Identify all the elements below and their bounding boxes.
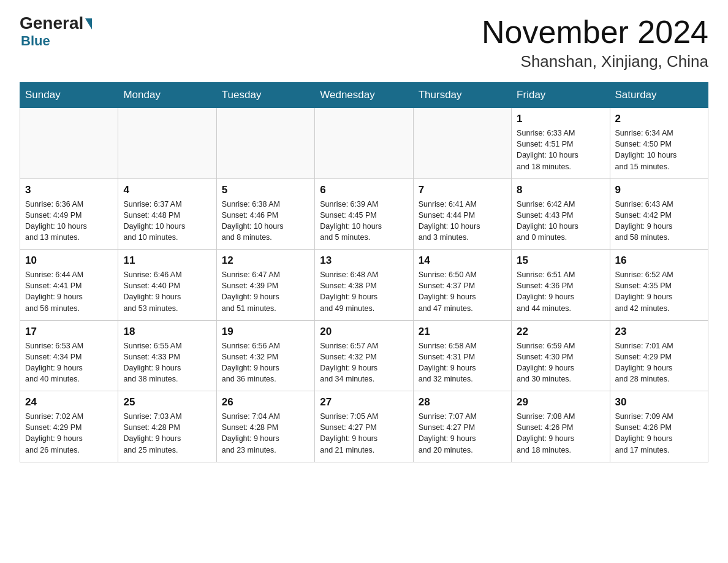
day-number: 6 — [320, 184, 408, 196]
day-info: Sunrise: 7:01 AM Sunset: 4:29 PM Dayligh… — [615, 340, 703, 385]
header-thursday: Thursday — [413, 83, 511, 108]
day-number: 18 — [123, 326, 211, 338]
calendar-cell: 3Sunrise: 6:36 AM Sunset: 4:49 PM Daylig… — [20, 178, 118, 250]
day-info: Sunrise: 6:44 AM Sunset: 4:41 PM Dayligh… — [25, 269, 113, 314]
calendar-week-3: 10Sunrise: 6:44 AM Sunset: 4:41 PM Dayli… — [20, 250, 708, 321]
day-number: 4 — [123, 184, 211, 196]
calendar-cell: 10Sunrise: 6:44 AM Sunset: 4:41 PM Dayli… — [20, 250, 118, 321]
calendar-cell: 6Sunrise: 6:39 AM Sunset: 4:45 PM Daylig… — [315, 178, 413, 250]
calendar-cell: 13Sunrise: 6:48 AM Sunset: 4:38 PM Dayli… — [315, 250, 413, 321]
day-number: 22 — [517, 326, 604, 338]
day-number: 24 — [25, 396, 113, 408]
day-info: Sunrise: 6:59 AM Sunset: 4:30 PM Dayligh… — [517, 340, 604, 385]
day-info: Sunrise: 7:07 AM Sunset: 4:27 PM Dayligh… — [419, 411, 506, 456]
day-info: Sunrise: 7:05 AM Sunset: 4:27 PM Dayligh… — [320, 411, 408, 456]
day-info: Sunrise: 6:58 AM Sunset: 4:31 PM Dayligh… — [419, 340, 506, 385]
calendar-cell: 28Sunrise: 7:07 AM Sunset: 4:27 PM Dayli… — [413, 391, 511, 462]
day-number: 9 — [615, 184, 703, 196]
day-number: 30 — [615, 396, 703, 408]
calendar-cell: 21Sunrise: 6:58 AM Sunset: 4:31 PM Dayli… — [413, 320, 511, 391]
calendar-week-2: 3Sunrise: 6:36 AM Sunset: 4:49 PM Daylig… — [20, 178, 708, 250]
calendar-cell: 1Sunrise: 6:33 AM Sunset: 4:51 PM Daylig… — [512, 108, 610, 179]
calendar-cell: 9Sunrise: 6:43 AM Sunset: 4:42 PM Daylig… — [610, 178, 708, 250]
day-info: Sunrise: 6:33 AM Sunset: 4:51 PM Dayligh… — [517, 128, 604, 172]
location-title: Shanshan, Xinjiang, China — [482, 52, 708, 71]
day-info: Sunrise: 7:02 AM Sunset: 4:29 PM Dayligh… — [25, 411, 113, 456]
calendar-cell: 17Sunrise: 6:53 AM Sunset: 4:34 PM Dayli… — [20, 320, 118, 391]
day-number: 16 — [615, 255, 703, 267]
title-block: November 2024 Shanshan, Xinjiang, China — [482, 15, 708, 71]
calendar-week-4: 17Sunrise: 6:53 AM Sunset: 4:34 PM Dayli… — [20, 320, 708, 391]
day-info: Sunrise: 7:04 AM Sunset: 4:28 PM Dayligh… — [222, 411, 309, 456]
day-number: 29 — [517, 396, 604, 408]
day-info: Sunrise: 6:39 AM Sunset: 4:45 PM Dayligh… — [320, 199, 408, 243]
calendar-cell: 22Sunrise: 6:59 AM Sunset: 4:30 PM Dayli… — [512, 320, 610, 391]
day-info: Sunrise: 7:09 AM Sunset: 4:26 PM Dayligh… — [615, 411, 703, 456]
day-number: 19 — [222, 326, 309, 338]
header-monday: Monday — [118, 83, 216, 108]
calendar-cell: 19Sunrise: 6:56 AM Sunset: 4:32 PM Dayli… — [216, 320, 314, 391]
day-info: Sunrise: 6:53 AM Sunset: 4:34 PM Dayligh… — [25, 340, 113, 385]
day-info: Sunrise: 6:55 AM Sunset: 4:33 PM Dayligh… — [123, 340, 211, 385]
day-number: 12 — [222, 255, 309, 267]
day-info: Sunrise: 6:48 AM Sunset: 4:38 PM Dayligh… — [320, 269, 408, 314]
calendar-cell: 18Sunrise: 6:55 AM Sunset: 4:33 PM Dayli… — [118, 320, 216, 391]
calendar-cell: 26Sunrise: 7:04 AM Sunset: 4:28 PM Dayli… — [216, 391, 314, 462]
day-number: 10 — [25, 255, 113, 267]
day-info: Sunrise: 6:34 AM Sunset: 4:50 PM Dayligh… — [615, 128, 703, 172]
day-info: Sunrise: 6:36 AM Sunset: 4:49 PM Dayligh… — [25, 199, 113, 243]
day-info: Sunrise: 6:46 AM Sunset: 4:40 PM Dayligh… — [123, 269, 211, 314]
calendar-cell: 8Sunrise: 6:42 AM Sunset: 4:43 PM Daylig… — [512, 178, 610, 250]
calendar-cell: 11Sunrise: 6:46 AM Sunset: 4:40 PM Dayli… — [118, 250, 216, 321]
month-title: November 2024 — [482, 15, 708, 50]
logo-triangle-icon — [85, 18, 92, 29]
day-info: Sunrise: 6:56 AM Sunset: 4:32 PM Dayligh… — [222, 340, 309, 385]
day-info: Sunrise: 6:52 AM Sunset: 4:35 PM Dayligh… — [615, 269, 703, 314]
day-number: 11 — [123, 255, 211, 267]
logo: General Blue — [20, 15, 92, 49]
day-info: Sunrise: 6:51 AM Sunset: 4:36 PM Dayligh… — [517, 269, 604, 314]
calendar-header-row: SundayMondayTuesdayWednesdayThursdayFrid… — [20, 83, 708, 108]
calendar-cell: 2Sunrise: 6:34 AM Sunset: 4:50 PM Daylig… — [610, 108, 708, 179]
day-number: 1 — [517, 113, 604, 125]
day-number: 13 — [320, 255, 408, 267]
header-wednesday: Wednesday — [315, 83, 413, 108]
header-friday: Friday — [512, 83, 610, 108]
day-number: 17 — [25, 326, 113, 338]
header-saturday: Saturday — [610, 83, 708, 108]
day-number: 25 — [123, 396, 211, 408]
day-info: Sunrise: 6:41 AM Sunset: 4:44 PM Dayligh… — [419, 199, 506, 243]
day-info: Sunrise: 7:08 AM Sunset: 4:26 PM Dayligh… — [517, 411, 604, 456]
calendar-cell — [216, 108, 314, 179]
logo-blue-text: Blue — [21, 33, 50, 49]
day-number: 21 — [419, 326, 506, 338]
day-number: 23 — [615, 326, 703, 338]
calendar-cell: 14Sunrise: 6:50 AM Sunset: 4:37 PM Dayli… — [413, 250, 511, 321]
calendar-cell: 23Sunrise: 7:01 AM Sunset: 4:29 PM Dayli… — [610, 320, 708, 391]
calendar-week-1: 1Sunrise: 6:33 AM Sunset: 4:51 PM Daylig… — [20, 108, 708, 179]
day-number: 3 — [25, 184, 113, 196]
day-number: 15 — [517, 255, 604, 267]
header-tuesday: Tuesday — [216, 83, 314, 108]
calendar-cell: 25Sunrise: 7:03 AM Sunset: 4:28 PM Dayli… — [118, 391, 216, 462]
day-number: 14 — [419, 255, 506, 267]
day-number: 2 — [615, 113, 703, 125]
calendar-cell: 5Sunrise: 6:38 AM Sunset: 4:46 PM Daylig… — [216, 178, 314, 250]
calendar-cell: 24Sunrise: 7:02 AM Sunset: 4:29 PM Dayli… — [20, 391, 118, 462]
calendar-cell: 20Sunrise: 6:57 AM Sunset: 4:32 PM Dayli… — [315, 320, 413, 391]
day-number: 5 — [222, 184, 309, 196]
calendar-cell — [118, 108, 216, 179]
calendar-cell: 15Sunrise: 6:51 AM Sunset: 4:36 PM Dayli… — [512, 250, 610, 321]
day-number: 20 — [320, 326, 408, 338]
day-info: Sunrise: 7:03 AM Sunset: 4:28 PM Dayligh… — [123, 411, 211, 456]
page-header: General Blue November 2024 Shanshan, Xin… — [20, 15, 708, 71]
calendar-cell: 29Sunrise: 7:08 AM Sunset: 4:26 PM Dayli… — [512, 391, 610, 462]
day-info: Sunrise: 6:57 AM Sunset: 4:32 PM Dayligh… — [320, 340, 408, 385]
calendar-cell — [315, 108, 413, 179]
header-sunday: Sunday — [20, 83, 118, 108]
calendar-cell — [413, 108, 511, 179]
calendar-table: SundayMondayTuesdayWednesdayThursdayFrid… — [20, 82, 708, 462]
day-number: 8 — [517, 184, 604, 196]
day-info: Sunrise: 6:50 AM Sunset: 4:37 PM Dayligh… — [419, 269, 506, 314]
day-number: 28 — [419, 396, 506, 408]
